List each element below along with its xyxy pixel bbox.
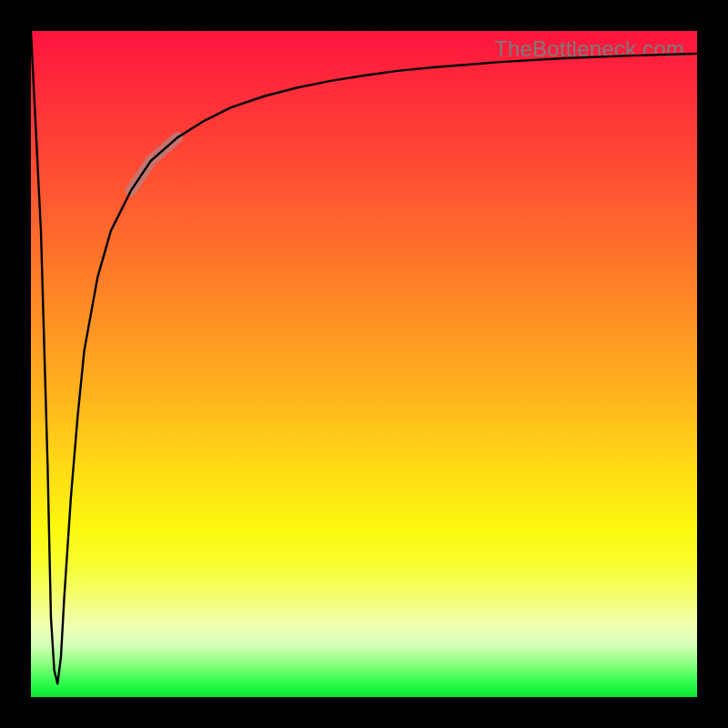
curve-line [31, 31, 697, 683]
chart-frame: TheBottleneck.com [0, 0, 728, 728]
curve-svg [31, 31, 697, 697]
curve-highlight [131, 137, 177, 191]
plot-area: TheBottleneck.com [31, 31, 697, 697]
